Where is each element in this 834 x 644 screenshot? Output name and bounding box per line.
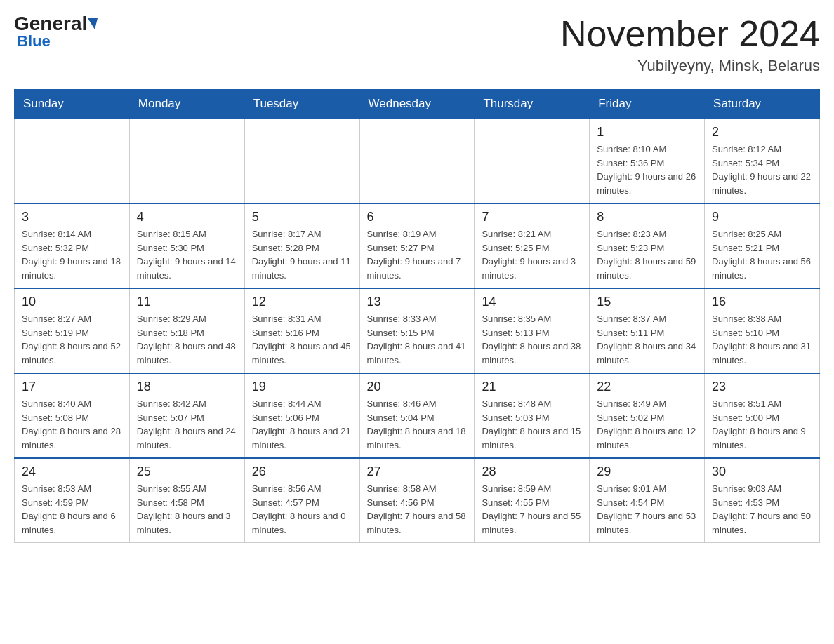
day-info: Sunrise: 8:35 AM Sunset: 5:13 PM Dayligh… <box>482 312 582 367</box>
day-info: Sunrise: 8:44 AM Sunset: 5:06 PM Dayligh… <box>252 397 352 452</box>
calendar-cell: 6Sunrise: 8:19 AM Sunset: 5:27 PM Daylig… <box>359 203 475 288</box>
day-info: Sunrise: 8:55 AM Sunset: 4:58 PM Dayligh… <box>137 482 237 537</box>
weekday-header-friday: Friday <box>590 90 705 119</box>
day-info: Sunrise: 8:23 AM Sunset: 5:23 PM Dayligh… <box>597 227 697 282</box>
day-number: 26 <box>252 464 352 479</box>
day-number: 23 <box>712 380 812 394</box>
day-number: 30 <box>712 464 812 479</box>
day-info: Sunrise: 8:21 AM Sunset: 5:25 PM Dayligh… <box>482 227 582 282</box>
day-number: 2 <box>712 125 812 140</box>
day-info: Sunrise: 8:10 AM Sunset: 5:36 PM Dayligh… <box>597 142 697 197</box>
calendar-cell: 12Sunrise: 8:31 AM Sunset: 5:16 PM Dayli… <box>244 288 359 373</box>
day-number: 8 <box>597 210 697 224</box>
day-info: Sunrise: 8:51 AM Sunset: 5:00 PM Dayligh… <box>712 397 812 452</box>
day-number: 18 <box>137 380 237 394</box>
day-number: 17 <box>22 380 122 394</box>
calendar-cell <box>359 119 475 203</box>
calendar-table: SundayMondayTuesdayWednesdayThursdayFrid… <box>14 89 820 543</box>
week-row-3: 10Sunrise: 8:27 AM Sunset: 5:19 PM Dayli… <box>15 288 820 373</box>
calendar-cell: 30Sunrise: 9:03 AM Sunset: 4:53 PM Dayli… <box>705 458 820 543</box>
week-row-2: 3Sunrise: 8:14 AM Sunset: 5:32 PM Daylig… <box>15 203 820 288</box>
day-info: Sunrise: 8:29 AM Sunset: 5:18 PM Dayligh… <box>137 312 237 367</box>
week-row-5: 24Sunrise: 8:53 AM Sunset: 4:59 PM Dayli… <box>15 458 820 543</box>
calendar-cell: 5Sunrise: 8:17 AM Sunset: 5:28 PM Daylig… <box>244 203 359 288</box>
calendar-cell <box>129 119 244 203</box>
day-info: Sunrise: 8:40 AM Sunset: 5:08 PM Dayligh… <box>22 397 122 452</box>
logo-blue: Blue <box>17 32 51 51</box>
calendar-cell: 23Sunrise: 8:51 AM Sunset: 5:00 PM Dayli… <box>705 373 820 458</box>
calendar-cell: 27Sunrise: 8:58 AM Sunset: 4:56 PM Dayli… <box>359 458 475 543</box>
location: Yubilyeyny, Minsk, Belarus <box>560 57 820 75</box>
day-number: 29 <box>597 464 697 479</box>
day-number: 13 <box>367 295 468 309</box>
calendar-cell: 18Sunrise: 8:42 AM Sunset: 5:07 PM Dayli… <box>129 373 244 458</box>
day-number: 7 <box>482 210 582 224</box>
day-info: Sunrise: 8:15 AM Sunset: 5:30 PM Dayligh… <box>137 227 237 282</box>
calendar-cell: 16Sunrise: 8:38 AM Sunset: 5:10 PM Dayli… <box>705 288 820 373</box>
day-number: 5 <box>252 210 352 224</box>
calendar-cell: 14Sunrise: 8:35 AM Sunset: 5:13 PM Dayli… <box>475 288 590 373</box>
day-info: Sunrise: 8:56 AM Sunset: 4:57 PM Dayligh… <box>252 482 352 537</box>
day-info: Sunrise: 8:49 AM Sunset: 5:02 PM Dayligh… <box>597 397 697 452</box>
calendar-cell: 1Sunrise: 8:10 AM Sunset: 5:36 PM Daylig… <box>590 119 705 203</box>
weekday-header-thursday: Thursday <box>475 90 590 119</box>
month-title: November 2024 <box>560 14 820 54</box>
day-info: Sunrise: 9:03 AM Sunset: 4:53 PM Dayligh… <box>712 482 812 537</box>
calendar-cell <box>15 119 130 203</box>
day-number: 20 <box>367 380 468 394</box>
day-number: 21 <box>482 380 582 394</box>
calendar-cell <box>244 119 359 203</box>
day-number: 28 <box>482 464 582 479</box>
day-info: Sunrise: 8:53 AM Sunset: 4:59 PM Dayligh… <box>22 482 122 537</box>
day-number: 11 <box>137 295 237 309</box>
day-info: Sunrise: 8:58 AM Sunset: 4:56 PM Dayligh… <box>367 482 468 537</box>
calendar-cell: 10Sunrise: 8:27 AM Sunset: 5:19 PM Dayli… <box>15 288 130 373</box>
day-number: 24 <box>22 464 122 479</box>
title-block: November 2024 Yubilyeyny, Minsk, Belarus <box>560 14 820 75</box>
calendar-cell: 4Sunrise: 8:15 AM Sunset: 5:30 PM Daylig… <box>129 203 244 288</box>
page-header: General Blue November 2024 Yubilyeyny, M… <box>14 14 820 75</box>
calendar-cell: 9Sunrise: 8:25 AM Sunset: 5:21 PM Daylig… <box>705 203 820 288</box>
day-info: Sunrise: 8:17 AM Sunset: 5:28 PM Dayligh… <box>252 227 352 282</box>
day-info: Sunrise: 8:14 AM Sunset: 5:32 PM Dayligh… <box>22 227 122 282</box>
day-info: Sunrise: 8:27 AM Sunset: 5:19 PM Dayligh… <box>22 312 122 367</box>
calendar-cell: 15Sunrise: 8:37 AM Sunset: 5:11 PM Dayli… <box>590 288 705 373</box>
day-number: 3 <box>22 210 122 224</box>
day-info: Sunrise: 8:42 AM Sunset: 5:07 PM Dayligh… <box>137 397 237 452</box>
weekday-header-saturday: Saturday <box>705 90 820 119</box>
weekday-header-monday: Monday <box>129 90 244 119</box>
calendar-cell: 28Sunrise: 8:59 AM Sunset: 4:55 PM Dayli… <box>475 458 590 543</box>
day-info: Sunrise: 8:37 AM Sunset: 5:11 PM Dayligh… <box>597 312 697 367</box>
weekday-header-row: SundayMondayTuesdayWednesdayThursdayFrid… <box>15 90 820 119</box>
day-number: 19 <box>252 380 352 394</box>
day-info: Sunrise: 8:59 AM Sunset: 4:55 PM Dayligh… <box>482 482 582 537</box>
day-info: Sunrise: 8:31 AM Sunset: 5:16 PM Dayligh… <box>252 312 352 367</box>
day-number: 25 <box>137 464 237 479</box>
week-row-1: 1Sunrise: 8:10 AM Sunset: 5:36 PM Daylig… <box>15 119 820 203</box>
weekday-header-wednesday: Wednesday <box>359 90 475 119</box>
calendar-cell: 2Sunrise: 8:12 AM Sunset: 5:34 PM Daylig… <box>705 119 820 203</box>
calendar-cell <box>475 119 590 203</box>
calendar-cell: 19Sunrise: 8:44 AM Sunset: 5:06 PM Dayli… <box>244 373 359 458</box>
day-number: 1 <box>597 125 697 140</box>
logo: General Blue <box>14 14 98 51</box>
calendar-cell: 26Sunrise: 8:56 AM Sunset: 4:57 PM Dayli… <box>244 458 359 543</box>
day-number: 14 <box>482 295 582 309</box>
day-number: 10 <box>22 295 122 309</box>
day-number: 4 <box>137 210 237 224</box>
day-number: 9 <box>712 210 812 224</box>
day-number: 12 <box>252 295 352 309</box>
day-info: Sunrise: 9:01 AM Sunset: 4:54 PM Dayligh… <box>597 482 697 537</box>
day-info: Sunrise: 8:12 AM Sunset: 5:34 PM Dayligh… <box>712 142 812 197</box>
calendar-cell: 22Sunrise: 8:49 AM Sunset: 5:02 PM Dayli… <box>590 373 705 458</box>
calendar-cell: 3Sunrise: 8:14 AM Sunset: 5:32 PM Daylig… <box>15 203 130 288</box>
calendar-cell: 11Sunrise: 8:29 AM Sunset: 5:18 PM Dayli… <box>129 288 244 373</box>
calendar-cell: 20Sunrise: 8:46 AM Sunset: 5:04 PM Dayli… <box>359 373 475 458</box>
calendar-cell: 21Sunrise: 8:48 AM Sunset: 5:03 PM Dayli… <box>475 373 590 458</box>
day-number: 15 <box>597 295 697 309</box>
day-number: 6 <box>367 210 468 224</box>
calendar-cell: 7Sunrise: 8:21 AM Sunset: 5:25 PM Daylig… <box>475 203 590 288</box>
day-info: Sunrise: 8:33 AM Sunset: 5:15 PM Dayligh… <box>367 312 468 367</box>
calendar-cell: 24Sunrise: 8:53 AM Sunset: 4:59 PM Dayli… <box>15 458 130 543</box>
logo-text: General <box>14 14 98 34</box>
